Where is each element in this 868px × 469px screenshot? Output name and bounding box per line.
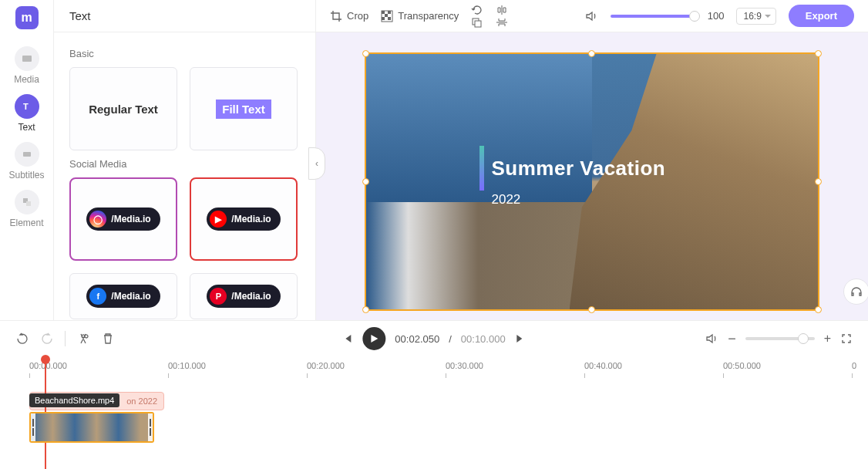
ruler: 00:00.000 00:10.000 00:20.000 00:30.000 … <box>15 361 853 387</box>
delete-icon[interactable] <box>101 332 115 346</box>
tick: 00:20.000 <box>307 361 345 370</box>
crop-button[interactable]: Crop <box>330 10 368 22</box>
preset-youtube[interactable]: ▶/Media.io <box>190 177 298 261</box>
resize-handle[interactable] <box>815 306 822 313</box>
time-total: 00:10.000 <box>461 333 506 345</box>
accent-bar <box>479 146 484 191</box>
element-icon <box>15 190 39 214</box>
rail-label: Subtitles <box>8 170 44 181</box>
resize-handle[interactable] <box>588 306 595 313</box>
copy-icon[interactable] <box>471 17 483 28</box>
opacity-slider[interactable] <box>611 15 695 18</box>
preset-facebook[interactable]: f/Media.io <box>69 273 177 319</box>
rail-item-element[interactable]: Element <box>9 190 43 228</box>
redo-icon[interactable] <box>40 332 54 346</box>
tick: 00:50.000 <box>723 361 761 370</box>
svg-rect-7 <box>388 11 391 14</box>
tick: 00:30.000 <box>446 361 483 370</box>
prev-frame-icon[interactable] <box>341 332 353 345</box>
undo-icon[interactable] <box>15 332 29 346</box>
svg-rect-10 <box>388 17 391 20</box>
section-basic: Basic <box>69 48 300 59</box>
text-panel: Text Basic Regular Text Fill Text Social… <box>54 0 316 320</box>
split-icon[interactable] <box>76 332 90 346</box>
mute-icon[interactable] <box>705 332 718 346</box>
transparency-button[interactable]: Transparency <box>381 10 459 22</box>
pinterest-icon: P <box>210 288 227 305</box>
video-clip[interactable] <box>29 412 154 443</box>
export-button[interactable]: Export <box>789 5 854 27</box>
facebook-icon: f <box>89 288 106 305</box>
stage: ‹ Summer Vacation 2022 <box>316 32 868 320</box>
player-controls: 00:02.050 / 00:10.000 − + <box>0 321 868 356</box>
resize-handle[interactable] <box>815 178 822 185</box>
preset-instagram[interactable]: ◯/Media.io <box>69 177 177 261</box>
youtube-icon: ▶ <box>210 211 227 228</box>
resize-handle[interactable] <box>588 50 595 57</box>
support-button[interactable] <box>843 278 868 305</box>
transparency-icon <box>381 10 393 22</box>
resize-handle[interactable] <box>815 50 822 57</box>
video-frame[interactable]: Summer Vacation 2022 <box>365 52 819 311</box>
time-current: 00:02.050 <box>395 333 439 345</box>
rail-label: Text <box>18 122 35 133</box>
section-social: Social Media <box>69 158 300 170</box>
svg-rect-0 <box>22 56 32 62</box>
svg-rect-2 <box>23 152 31 157</box>
rail-item-media[interactable]: Media <box>14 46 39 85</box>
preset-fill-text[interactable]: Fill Text <box>190 67 298 150</box>
svg-rect-9 <box>382 17 385 20</box>
headphones-icon <box>849 285 863 299</box>
resize-handle[interactable] <box>362 50 369 57</box>
rail-label: Element <box>9 218 43 228</box>
volume-icon[interactable] <box>584 9 598 23</box>
text-overlay[interactable]: Summer Vacation 2022 <box>479 146 666 208</box>
play-button[interactable] <box>362 327 385 350</box>
clip-left-grip[interactable] <box>31 413 35 441</box>
instagram-icon: ◯ <box>89 211 106 228</box>
zoom-out-icon[interactable]: − <box>728 331 736 347</box>
text-icon: T <box>15 94 39 119</box>
rail-item-subtitles[interactable]: Subtitles <box>8 142 44 181</box>
svg-rect-12 <box>475 21 481 27</box>
svg-text:T: T <box>23 102 29 111</box>
flip-h-icon[interactable] <box>496 5 508 15</box>
next-frame-icon[interactable] <box>515 332 527 345</box>
zoom-slider[interactable] <box>745 337 815 340</box>
svg-rect-6 <box>382 11 385 14</box>
preset-regular-text[interactable]: Regular Text <box>69 67 177 150</box>
crop-icon <box>330 10 342 22</box>
zoom-in-icon[interactable]: + <box>824 332 831 346</box>
tick: 00:10.000 <box>168 361 206 370</box>
left-rail: m Media T Text Subtitles Element <box>0 0 54 320</box>
canvas-area: Crop Transparency 100 16:9 <box>316 0 868 320</box>
flip-v-icon[interactable] <box>496 17 508 28</box>
svg-rect-4 <box>26 201 31 206</box>
tick: 0 <box>852 361 856 370</box>
preset-pinterest[interactable]: P/Media.io <box>190 273 298 319</box>
media-icon <box>15 46 39 71</box>
lower-section: 00:02.050 / 00:10.000 − + 00:00.000 00:1… <box>0 320 868 469</box>
app-logo: m <box>15 6 39 29</box>
resize-handle[interactable] <box>362 306 369 313</box>
rail-item-text[interactable]: T Text <box>15 94 39 133</box>
tick: 00:40.000 <box>584 361 622 370</box>
rotate-icon[interactable] <box>471 5 483 15</box>
rail-label: Media <box>14 74 39 85</box>
subtitles-icon <box>15 142 39 167</box>
clip-tooltip: BeachandShore.mp4 <box>29 393 119 407</box>
panel-title: Text <box>54 0 315 32</box>
canvas-toolbar: Crop Transparency 100 16:9 <box>316 0 868 32</box>
opacity-value: 100 <box>708 10 725 22</box>
resize-handle[interactable] <box>362 178 369 185</box>
panel-collapse-handle[interactable]: ‹ <box>308 147 325 180</box>
timeline[interactable]: 00:00.000 00:10.000 00:20.000 00:30.000 … <box>0 356 868 469</box>
svg-rect-8 <box>385 14 388 17</box>
fit-icon[interactable] <box>840 332 853 345</box>
aspect-select[interactable]: 16:9 <box>736 8 775 25</box>
clip-right-grip[interactable] <box>148 413 153 441</box>
